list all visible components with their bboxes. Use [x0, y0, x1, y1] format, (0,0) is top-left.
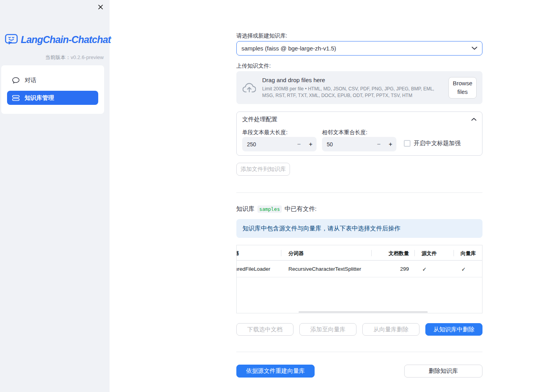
table-header-source-file[interactable]: 源文件	[421, 250, 437, 257]
version-line: 当前版本：v0.2.6-preview	[45, 54, 104, 61]
chevron-up-icon	[471, 118, 477, 121]
table-header-row: 器 分词器 文档数量 源文件 向量库	[237, 245, 482, 261]
overlap-size-increment-button[interactable]: +	[385, 137, 396, 151]
table-header-loader-clipped[interactable]: 器	[236, 250, 239, 257]
chunk-size-decrement-button[interactable]: −	[293, 137, 305, 151]
version-label: 当前版本：	[45, 54, 70, 60]
kb-select-label: 请选择或新建知识库:	[236, 32, 287, 40]
delete-from-kb-button[interactable]: 从知识库中删除	[425, 323, 482, 336]
overlap-size-input[interactable]: 50 − +	[322, 137, 396, 151]
browse-files-button[interactable]: Browse files	[448, 77, 477, 99]
add-to-vector-store-button[interactable]: 添加至向量库	[299, 323, 356, 336]
kb-files-table: 器 分词器 文档数量 源文件 向量库 uredFileLoader Recurs…	[236, 245, 482, 313]
file-dropzone[interactable]: Drag and drop files here Limit 200MB per…	[236, 71, 482, 104]
delete-from-vector-store-button[interactable]: 从向量库删除	[362, 323, 419, 336]
kb-name-code: samples	[257, 205, 282, 213]
existing-files-suffix: 中已有文件:	[284, 205, 317, 213]
cell-in-source-check: ✓	[422, 266, 427, 272]
sidebar-item-label: 知识库管理	[25, 94, 54, 102]
cell-in-vector-check: ✓	[461, 266, 466, 272]
cell-splitter: RecursiveCharacterTextSplitter	[288, 266, 361, 272]
cloud-upload-icon	[243, 83, 256, 93]
overlap-size-decrement-button[interactable]: −	[373, 137, 385, 151]
chunk-size-label: 单段文本最大长度:	[242, 129, 288, 136]
dropzone-limit-text: Limit 200MB per file • HTML, MD, JSON, C…	[262, 86, 442, 98]
kb-select-dropdown[interactable]: samples (faiss @ bge-large-zh-v1.5)	[236, 41, 482, 56]
expander-title: 文件处理配置	[242, 116, 277, 123]
horizontal-scrollbar-thumb[interactable]	[299, 311, 428, 313]
smiley-chat-bubble-icon	[5, 34, 18, 46]
chunk-size-increment-button[interactable]: +	[305, 137, 317, 151]
stacked-cards-icon	[12, 95, 20, 101]
chunk-size-input[interactable]: 250 − +	[242, 137, 317, 151]
divider	[236, 192, 482, 193]
sidebar-item-label: 对话	[25, 77, 36, 84]
sidebar-item-dialogue[interactable]: 对话	[7, 73, 98, 87]
sidebar-item-kb-management[interactable]: 知识库管理	[7, 91, 98, 105]
existing-files-heading: 知识库 samples 中已有文件:	[236, 205, 317, 213]
delete-kb-button[interactable]: 删除知识库	[404, 365, 482, 378]
version-value: v0.2.6-preview	[70, 54, 104, 60]
expander-header[interactable]: 文件处理配置	[237, 112, 482, 127]
dropzone-title: Drag and drop files here	[262, 77, 442, 83]
existing-files-prefix: 知识库	[236, 205, 255, 213]
sidebar-menu: 对话 知识库管理	[1, 65, 104, 114]
chunk-size-value: 250	[242, 141, 293, 147]
main-content: 请选择或新建知识库: samples (faiss @ bge-large-zh…	[236, 0, 482, 392]
upload-label: 上传知识文件:	[236, 63, 271, 70]
column-separator	[281, 250, 281, 256]
sidebar-close-button[interactable]	[97, 3, 104, 11]
file-config-expander: 文件处理配置 单段文本最大长度: 相邻文本重合长度: 250 − + 50 − …	[236, 111, 482, 156]
column-separator	[414, 250, 415, 256]
sidebar: LangChain-Chatchat 当前版本：v0.2.6-preview 对…	[0, 0, 110, 392]
app-logo: LangChain-Chatchat	[5, 34, 111, 46]
download-selected-button[interactable]: 下载选中文档	[236, 323, 293, 336]
table-header-vector-store[interactable]: 向量库	[461, 250, 476, 257]
table-header-splitter[interactable]: 分词器	[288, 250, 304, 257]
kb-select-value: samples (faiss @ bge-large-zh-v1.5)	[241, 45, 336, 52]
rebuild-vector-store-button[interactable]: 依据源文件重建向量库	[236, 365, 315, 378]
table-actions-row: 下载选中文档 添加至向量库 从向量库删除 从知识库中删除	[236, 323, 482, 336]
zh-title-enhance-checkbox[interactable]	[404, 140, 410, 147]
close-icon	[97, 4, 104, 11]
info-banner-text: 知识库中包含源文件与向量库，请从下表中选择文件后操作	[243, 225, 400, 233]
chevron-down-icon	[472, 47, 477, 50]
info-banner: 知识库中包含源文件与向量库，请从下表中选择文件后操作	[236, 219, 482, 238]
table-row[interactable]: uredFileLoader RecursiveCharacterTextSpl…	[237, 261, 482, 277]
cell-loader-clipped: uredFileLoader	[236, 266, 270, 272]
column-separator	[371, 250, 372, 256]
app-title: LangChain-Chatchat	[21, 34, 111, 45]
overlap-size-value: 50	[322, 141, 373, 147]
overlap-size-label: 相邻文本重合长度:	[322, 129, 367, 136]
divider	[236, 352, 482, 352]
column-separator	[454, 250, 454, 256]
add-files-to-kb-button[interactable]: 添加文件到知识库	[236, 163, 290, 176]
cell-doc-count: 299	[400, 266, 409, 272]
dropzone-text: Drag and drop files here Limit 200MB per…	[262, 77, 442, 98]
zh-title-enhance-label: 开启中文标题加强	[414, 140, 461, 147]
chat-bubble-icon	[12, 77, 20, 84]
table-header-doc-count[interactable]: 文档数量	[389, 250, 409, 257]
